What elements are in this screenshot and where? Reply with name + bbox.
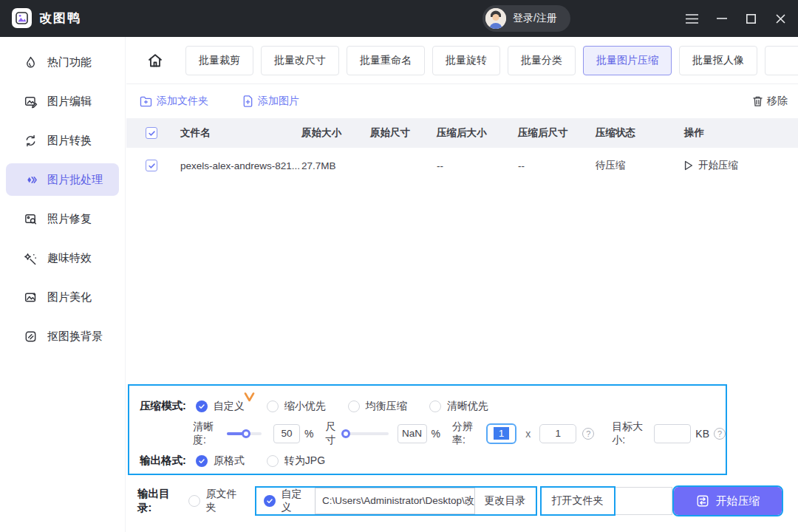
cell-original-size: 27.7MB [301,160,370,171]
sidebar-item-label: 趣味特效 [47,251,92,265]
sidebar-item-label: 图片批处理 [47,173,103,187]
cell-compressed-dim: -- [518,160,596,171]
format-original-radio[interactable]: 原格式 [196,454,245,468]
sidebar-item-label: 图片转换 [47,134,92,148]
sidebar-item-photo-repair[interactable]: 照片修复 [6,202,119,235]
target-size-help-icon[interactable]: ? [714,428,726,440]
start-compress-wrap: 开始压缩 [672,485,783,516]
resolution-help-icon[interactable]: ? [582,428,594,440]
row-checkbox[interactable] [146,160,157,171]
file-plus-icon [242,95,253,107]
login-button[interactable]: 登录/注册 [482,5,570,32]
mode-shrink-radio[interactable]: 缩小优先 [267,400,326,413]
sidebar-item-image-convert[interactable]: 图片转换 [6,124,119,157]
sidebar-item-image-edit[interactable]: 图片编辑 [6,85,119,117]
folder-plus-icon [140,96,152,107]
output-source-folder-radio[interactable]: 原文件夹 [188,488,242,514]
compress-params-row: 清晰度: % 尺寸 % 分辨率: 1 x ? [140,420,726,447]
vip-badge-icon [244,392,255,402]
size-input[interactable] [398,424,427,443]
app-window: 改图鸭 登录/注册 [0,0,798,532]
app-title: 改图鸭 [39,10,81,27]
sidebar-item-image-beautify[interactable]: 图片美化 [6,281,119,313]
start-compress-button[interactable]: 开始压缩 [674,487,782,515]
tab-batch-compress[interactable]: 批量图片压缩 [583,46,672,75]
sidebar-item-cutout-background[interactable]: 抠图换背景 [6,320,119,352]
image-convert-icon [23,133,38,148]
output-path-input[interactable]: C:\Users\Administrator\Desktop\改... [315,488,475,514]
output-directory-row: 输出目录: 原文件夹 自定义 C:\Users\Administrator\De… [137,486,783,516]
add-image-button[interactable]: 添加图片 [242,95,299,108]
size-slider-handle[interactable] [341,429,350,438]
output-format-label: 输出格式: [140,454,186,468]
resolution-label: 分辨率: [452,420,480,447]
target-size-label: 目标大小: [612,420,648,447]
start-compress-row-button[interactable]: 开始压缩 [684,159,798,172]
compress-swap-icon [696,494,709,508]
col-original-dim: 原始尺寸 [370,126,437,140]
clarity-slider[interactable] [227,432,262,435]
output-custom-radio[interactable]: 自定义 [264,488,308,514]
output-format-row: 输出格式: 原格式 转为JPG [140,447,726,474]
col-compressed-dim: 压缩后尺寸 [518,126,596,140]
clarity-label: 清晰度: [193,420,221,447]
app-logo: 改图鸭 [12,8,81,28]
add-folder-button[interactable]: 添加文件夹 [140,95,208,108]
radio-unchecked-icon [267,455,279,467]
menu-icon[interactable] [686,13,698,25]
clarity-slider-handle[interactable] [242,429,250,438]
app-logo-icon [12,8,32,28]
col-operation: 操作 [684,126,798,140]
size-unit: % [432,428,440,440]
remove-button[interactable]: 移除 [752,95,788,108]
col-compressed-size: 压缩后大小 [437,126,518,140]
batch-process-icon [23,172,38,187]
output-custom-group: 自定义 C:\Users\Administrator\Desktop\改... … [255,486,537,516]
select-all-checkbox[interactable] [146,127,157,139]
sidebar-item-label: 照片修复 [47,212,92,226]
radio-unchecked-icon [267,400,279,412]
maximize-icon[interactable] [745,13,757,25]
mode-custom-radio[interactable]: 自定义 [196,400,245,413]
mode-clarity-radio[interactable]: 清晰优先 [429,400,488,413]
tab-batch-portrait-cutout[interactable]: 批量抠人像 [679,46,757,75]
tab-partial[interactable] [765,46,798,75]
home-icon[interactable] [146,51,165,70]
radio-unchecked-icon [429,400,441,412]
trash-icon [752,95,763,107]
resolution-x: x [525,428,531,440]
image-beautify-icon [23,290,38,304]
compress-mode-row: 压缩模式: 自定义 缩小优先 均衡压缩 [140,392,726,420]
target-size-input[interactable] [654,424,691,443]
sidebar-item-label: 抠图换背景 [47,330,103,344]
titlebar: 改图鸭 登录/注册 [0,0,798,37]
file-actionbar: 添加文件夹 添加图片 移除 [126,84,798,118]
col-original-size: 原始大小 [301,126,370,140]
open-folder-button[interactable]: 打开文件夹 [540,486,615,516]
mode-balanced-radio[interactable]: 均衡压缩 [348,400,407,413]
image-edit-icon [23,94,38,109]
login-label: 登录/注册 [513,12,557,25]
window-controls [686,0,787,37]
close-icon[interactable] [774,13,787,25]
format-jpg-radio[interactable]: 转为JPG [267,454,325,468]
clarity-input[interactable] [273,424,300,443]
avatar [485,8,506,29]
tab-batch-rename[interactable]: 批量重命名 [347,46,425,75]
tab-batch-classify[interactable]: 批量分类 [508,46,576,75]
sidebar-item-batch-process[interactable]: 图片批处理 [6,163,119,196]
tab-batch-rotate[interactable]: 批量旋转 [432,46,500,75]
tab-batch-crop[interactable]: 批量裁剪 [185,46,253,75]
sidebar: 热门功能 图片编辑 图片转换 图片批处理 照片修复 [0,37,126,532]
resolution-height-input[interactable] [539,424,576,443]
minimize-icon[interactable] [715,13,728,25]
radio-unchecked-icon [348,400,360,412]
tab-batch-resize[interactable]: 批量改尺寸 [261,46,339,75]
sidebar-item-hot-features[interactable]: 热门功能 [6,46,119,78]
resolution-width-input[interactable]: 1 [486,423,517,444]
sidebar-item-fun-effects[interactable]: 趣味特效 [6,242,119,274]
col-status: 压缩状态 [596,126,684,140]
compress-settings-panel: 压缩模式: 自定义 缩小优先 均衡压缩 [128,384,727,475]
size-slider[interactable] [342,432,388,435]
change-directory-button[interactable]: 更改目录 [475,494,536,508]
